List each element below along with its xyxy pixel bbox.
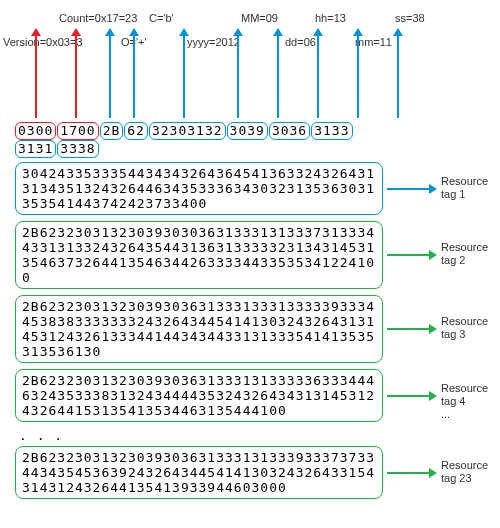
up-arrow-icon [357, 28, 359, 118]
right-arrow-icon [387, 472, 437, 474]
up-arrow-icon [277, 28, 279, 118]
hex-diagram: Version=0x03=3Count=0x17=23O='+'C='b'yyy… [5, 10, 495, 499]
header-hex-row: 030017002B623230313230393036313331313338 [15, 122, 375, 158]
right-arrow-icon [387, 328, 437, 330]
hex-block: 2B62323031323039303036313331313337313334… [15, 221, 485, 289]
up-arrow-icon [35, 28, 37, 118]
header-hex-group: 62 [124, 122, 148, 140]
hex-dump: 3042433533354434343264364541363324326431… [15, 162, 383, 215]
up-arrow-icon [317, 28, 319, 118]
right-arrow-icon [387, 188, 437, 190]
block-label: Resourcetag 1 [441, 175, 500, 201]
header-hex-group: 3039 [227, 122, 268, 140]
header-hex-group: 3338 [57, 140, 98, 158]
hex-block: 2B62323031323039303631333131333933373733… [15, 446, 485, 499]
header-field-label: dd=06 [285, 36, 316, 48]
header-field-label: C='b' [149, 12, 174, 24]
header-hex-group: 3036 [269, 122, 310, 140]
header-hex-group: 3133 [311, 122, 352, 140]
hex-blocks: 3042433533354434343264364541363324326431… [5, 162, 495, 499]
header-field-label: Version=0x03=3 [3, 36, 83, 48]
block-label: Resourcetag 23 [441, 459, 500, 485]
header-hex-group: 1700 [57, 122, 98, 140]
block-label: Resourcetag 4... [441, 382, 500, 421]
hex-block: 3042433533354434343264364541363324326431… [15, 162, 485, 215]
right-arrow-icon [387, 254, 437, 256]
hex-dump: 2B62323031323039303631333131333933373733… [15, 446, 383, 499]
up-arrow-icon [133, 28, 135, 118]
ellipsis: . . . [19, 428, 485, 443]
up-arrow-icon [109, 28, 111, 118]
header-field-label: ss=38 [395, 12, 425, 24]
header-hex-group: 32303132 [149, 122, 226, 140]
header-hex-group: 0300 [15, 122, 56, 140]
header-hex-group: 2B [100, 122, 124, 140]
up-arrow-icon [75, 28, 77, 118]
header-field-label: Count=0x17=23 [59, 12, 137, 24]
header-field-label: hh=13 [315, 12, 346, 24]
header-field-label: yyyy=2012 [187, 36, 240, 48]
block-label: Resourcetag 2 [441, 241, 500, 267]
hex-dump: 2B62323031323039303631333131333336333444… [15, 369, 383, 422]
right-arrow-icon [387, 395, 437, 397]
block-label: Resourcetag 3 [441, 315, 500, 341]
header-hex-group: 3131 [15, 140, 56, 158]
header-field-label: mm=11 [355, 36, 392, 48]
hex-block: 2B62323031323039303631333133313333393334… [15, 295, 485, 363]
header-field-label: MM=09 [241, 12, 278, 24]
up-arrow-icon [397, 28, 399, 118]
hex-dump: 2B62323031323039303036313331313337313334… [15, 221, 383, 289]
hex-dump: 2B62323031323039303631333133313333393334… [15, 295, 383, 363]
hex-block: 2B62323031323039303631333131333336333444… [15, 369, 485, 422]
header-labels: Version=0x03=3Count=0x17=23O='+'C='b'yyy… [5, 10, 495, 120]
up-arrow-icon [237, 28, 239, 118]
up-arrow-icon [183, 28, 185, 118]
